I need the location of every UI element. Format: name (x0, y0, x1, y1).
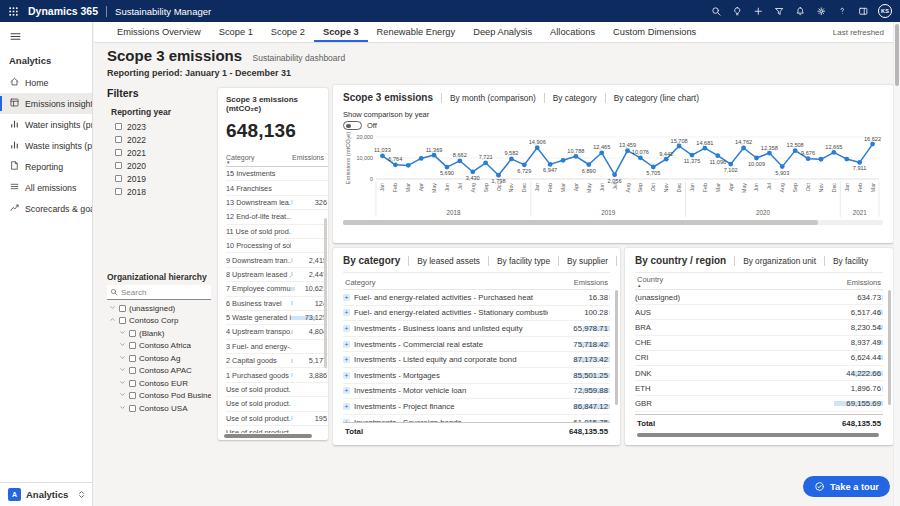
comparison-toggle[interactable] (343, 121, 362, 130)
checkbox[interactable] (129, 342, 136, 349)
country-view-tab-by-facility[interactable]: By facility (833, 256, 868, 266)
table-row[interactable]: +Fuel- and energy-related activities - P… (343, 290, 610, 306)
tree-item-contoso-pod-business[interactable]: Contoso Pod Business (107, 390, 211, 403)
table-row[interactable]: 7 Employee commu...10,621 (226, 282, 328, 296)
chevron-down-icon[interactable] (119, 354, 126, 363)
country-col-emissions[interactable]: Emissions (847, 278, 881, 287)
expand-icon[interactable]: + (343, 341, 350, 348)
summary-col-emissions[interactable]: Emissions (292, 154, 324, 164)
table-row[interactable]: 14 Franchises (226, 181, 328, 195)
chevron-down-icon[interactable] (119, 329, 126, 338)
table-row[interactable]: 9 Downstream tran...2,415 (226, 253, 328, 267)
expand-icon[interactable]: + (343, 372, 350, 379)
expand-icon[interactable]: + (343, 309, 350, 316)
tree-item-contoso-ag[interactable]: Contoso Ag (107, 352, 211, 365)
country-col-label[interactable]: Country▲ (637, 275, 663, 287)
tab-custom-dimensions[interactable]: Custom Dimensions (604, 22, 705, 42)
tree-item-contoso-corp[interactable]: Contoso Corp (107, 315, 211, 328)
app-name[interactable]: Sustainability Manager (115, 6, 211, 17)
checkbox[interactable] (129, 355, 136, 362)
category-view-tab-by-leased-assets[interactable]: By leased assets (417, 256, 480, 266)
chevron-down-icon[interactable] (119, 404, 126, 413)
checkbox[interactable] (115, 123, 122, 130)
tree-item-contoso-apac[interactable]: Contoso APAC (107, 365, 211, 378)
summary-vertical-scrollbar[interactable] (324, 218, 327, 368)
checkbox[interactable] (129, 405, 136, 412)
table-row[interactable]: 5 Waste generated i...73,125 (226, 311, 328, 325)
table-row[interactable]: +Investments - Mortgages85,501.25 (343, 368, 610, 384)
category-view-tab-by-facility-type[interactable]: By facility type (497, 256, 550, 266)
checkbox[interactable] (115, 188, 122, 195)
sidebar-item-waste-insights-previ[interactable]: Waste insights (previ... (0, 135, 92, 156)
table-row[interactable]: Use of sold product... (226, 397, 328, 411)
take-a-tour-button[interactable]: Take a tour (803, 476, 890, 497)
checkbox[interactable] (129, 330, 136, 337)
tab-scope-3[interactable]: Scope 3 (314, 22, 368, 42)
chart-horizontal-scrollbar[interactable] (343, 220, 883, 225)
table-row[interactable]: +Fuel- and energy-related activities - S… (343, 306, 610, 322)
checkbox[interactable] (115, 175, 122, 182)
checkbox[interactable] (115, 149, 122, 156)
expand-icon[interactable]: + (343, 356, 350, 363)
table-row[interactable]: CRI6,624.44 (635, 351, 883, 366)
filter-year-2019[interactable]: 2019 (107, 172, 209, 185)
checkbox[interactable] (119, 305, 126, 312)
filter-year-2021[interactable]: 2021 (107, 146, 209, 159)
tab-scope-1[interactable]: Scope 1 (210, 22, 262, 42)
table-row[interactable]: +Investments - Listed equity and corpora… (343, 352, 610, 368)
table-row[interactable]: +Investments - Business loans and unlist… (343, 321, 610, 337)
table-row[interactable]: Use of sold product... (226, 383, 328, 397)
table-row[interactable]: Use of sold product... (226, 426, 328, 433)
search-icon[interactable] (706, 0, 727, 22)
waffle-menu-icon[interactable] (0, 0, 26, 22)
sidebar-item-scorecards-goals[interactable]: Scorecards & goals (0, 198, 92, 219)
chart-view-tab-by-month-comparison[interactable]: By month (comparison) (450, 93, 536, 103)
tree-item-blank[interactable]: (Blank) (107, 327, 211, 340)
table-row[interactable]: 12 End-of-life treat... (226, 210, 328, 224)
bell-icon[interactable] (790, 0, 811, 22)
scrollbar-thumb[interactable] (895, 24, 899, 86)
filter-icon[interactable] (769, 0, 790, 22)
table-row[interactable]: DNK44,222.66 (635, 366, 883, 381)
country-vertical-scrollbar[interactable] (888, 290, 892, 405)
table-row[interactable]: ETH1,896.76 (635, 381, 883, 396)
table-row[interactable]: 6 Business travel124 (226, 297, 328, 311)
table-row[interactable]: 1 Purchased goods ...3,886 (226, 368, 328, 382)
checkbox[interactable] (129, 380, 136, 387)
filter-year-2023[interactable]: 2023 (107, 120, 209, 133)
org-search-input[interactable] (121, 288, 201, 297)
country-view-tab-by-organization-unit[interactable]: By organization unit (743, 256, 816, 266)
help-icon[interactable] (832, 0, 853, 22)
tree-item-contoso-africa[interactable]: Contoso Africa (107, 340, 211, 353)
table-row[interactable]: 11 Use of sold prod... (226, 225, 328, 239)
tab-deep-analysis[interactable]: Deep Analysis (464, 22, 541, 42)
summary-col-category[interactable]: Category▼ (226, 154, 254, 164)
lightbulb-icon[interactable] (727, 0, 748, 22)
filter-year-2020[interactable]: 2020 (107, 159, 209, 172)
category-view-tab-by-supplier[interactable]: By supplier (567, 256, 608, 266)
checkbox[interactable] (129, 367, 136, 374)
table-row[interactable]: AUS6,517.46 (635, 305, 883, 320)
table-row[interactable]: 2 Capital goods5,177 (226, 354, 328, 368)
tab-renewable-energy[interactable]: Renewable Energy (368, 22, 465, 42)
checkbox[interactable] (115, 136, 122, 143)
country-horizontal-scrollbar[interactable] (637, 433, 879, 437)
tab-allocations[interactable]: Allocations (541, 22, 604, 42)
table-row[interactable]: GBR69,155.69 (635, 396, 883, 411)
sidebar-area-switcher[interactable]: A Analytics (0, 482, 92, 506)
chevron-down-icon[interactable] (119, 341, 126, 350)
table-row[interactable]: +Investments - Sovereign bonds61,915.75 (343, 415, 610, 422)
filter-year-2022[interactable]: 2022 (107, 133, 209, 146)
sidebar-item-all-emissions[interactable]: All emissions (0, 177, 92, 198)
summary-horizontal-scrollbar[interactable] (224, 434, 312, 438)
filter-year-2018[interactable]: 2018 (107, 185, 209, 198)
tree-item-contoso-usa[interactable]: Contoso USA (107, 402, 211, 415)
table-row[interactable]: 15 Investments (226, 167, 328, 181)
tree-item-unassigned[interactable]: (unassigned) (107, 302, 211, 315)
table-row[interactable]: Use of sold product...195 (226, 412, 328, 426)
tab-scope-2[interactable]: Scope 2 (262, 22, 314, 42)
table-row[interactable]: 4 Upstream transpo...4,804 (226, 325, 328, 339)
sidebar-item-water-insights-previ[interactable]: Water insights (previ... (0, 114, 92, 135)
tab-emissions-overview[interactable]: Emissions Overview (108, 22, 210, 42)
category-col-emissions[interactable]: Emissions (574, 278, 608, 287)
